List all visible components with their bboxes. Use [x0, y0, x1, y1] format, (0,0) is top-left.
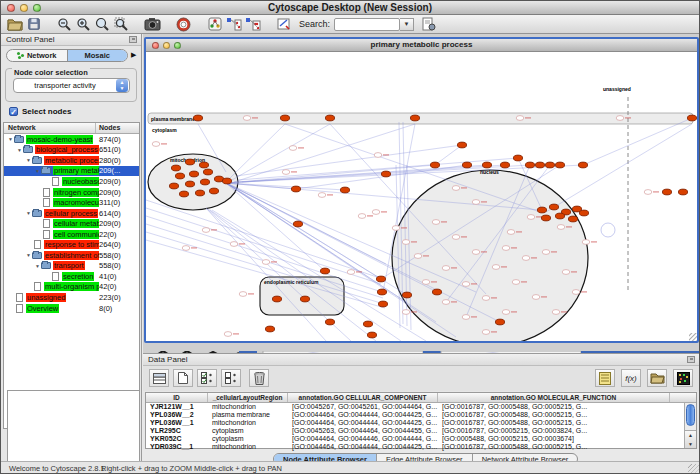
tree-row[interactable]: multi-organism proc42(0)	[4, 282, 139, 293]
search-config-icon[interactable]	[419, 16, 438, 33]
table-row[interactable]: YJR121W__1mitochondrion[GO:0045267, GO:0…	[146, 403, 696, 411]
zoom-in-icon[interactable]	[74, 16, 93, 33]
network-canvas[interactable]: plasma membranecytoplasmmitochondrionnuc…	[146, 52, 697, 341]
network-window-resize-grip[interactable]	[689, 333, 697, 341]
table-row[interactable]: YDR039C__1mitochondrion[GO:0044464, GO:0…	[146, 443, 696, 451]
disclosure-triangle-icon[interactable]: ▼	[25, 157, 32, 163]
tree-row-label: secretion	[62, 272, 94, 281]
table-cell: [GO:0005488, GO:0005215, GO:0003674]	[438, 435, 670, 443]
table-cell: [GO:0045267, GO:0045261, GO:0044464, G..…	[288, 403, 438, 411]
tree-row[interactable]: ▼mosaic-demo-yeast874(0)	[4, 134, 139, 145]
table-row[interactable]: YPL036W__1mitochondrion[GO:0044464, GO:0…	[146, 419, 696, 427]
layout-1-icon[interactable]	[224, 16, 243, 33]
table-scrollbar[interactable]: ▲▼	[684, 403, 696, 448]
table-row[interactable]: YKR052Ccytoplasm[GO:0044464, GO:0044446,…	[146, 435, 696, 443]
folder-icon	[41, 167, 51, 174]
disclosure-triangle-icon[interactable]: ▼	[34, 263, 41, 269]
attribute-table-icon[interactable]	[149, 369, 169, 387]
function-builder-icon[interactable]: f(x)	[621, 369, 641, 387]
table-row[interactable]: YPL036W__2plasma membrane[GO:0044464, GO…	[146, 411, 696, 419]
new-attribute-icon[interactable]	[173, 369, 193, 387]
vizmapper-icon[interactable]	[205, 16, 224, 33]
table-row[interactable]: YLR295Ccytoplasm[GO:0045263, GO:0044464,…	[146, 427, 696, 435]
help-icon[interactable]	[174, 16, 193, 33]
tree-row-node-count: 42(0)	[99, 282, 117, 291]
tree-row[interactable]: nitrogen compound209(0)	[4, 187, 139, 198]
open-session-icon[interactable]	[5, 16, 24, 33]
network-file-icon	[52, 177, 59, 186]
table-cell: YDR039C__1	[146, 443, 208, 451]
disclosure-triangle-icon[interactable]: ▼	[16, 147, 23, 153]
tree-row[interactable]: unassigned223(0)	[4, 292, 139, 303]
disclosure-triangle-icon[interactable]: ▼	[25, 252, 32, 258]
tree-row-label: Overview	[26, 304, 59, 313]
disclosure-triangle-icon[interactable]: ▼	[34, 168, 41, 174]
status-welcome: Welcome to Cytoscape 2.8.1	[9, 464, 105, 473]
select-attributes-icon[interactable]	[197, 369, 217, 387]
tree-row[interactable]: cellular metabolic209(0)	[4, 218, 139, 229]
tree-row-label: nitrogen compound	[53, 188, 99, 197]
tree-row[interactable]: ▼cellular process614(0)	[4, 208, 139, 219]
tree-row[interactable]: cell communication22(0)	[4, 229, 139, 240]
zoom-out-icon[interactable]	[55, 16, 74, 33]
unselect-attributes-icon[interactable]	[221, 369, 241, 387]
float-data-panel-icon[interactable]	[687, 356, 695, 363]
tree-row[interactable]: ▼establishment of loc558(0)	[4, 250, 139, 261]
disclosure-triangle-icon[interactable]: ▼	[25, 210, 32, 216]
svg-text:unassigned: unassigned	[603, 86, 631, 92]
tree-row-node-count: 209(...	[99, 166, 120, 175]
table-column-header[interactable]: ID	[146, 393, 208, 402]
select-nodes-checkbox[interactable]: ✓	[9, 107, 18, 116]
tree-row[interactable]: ▼metabolic process280(0)	[4, 155, 139, 166]
scrollbar-thumb[interactable]	[686, 404, 695, 426]
scrollbar-arrows[interactable]: ▲▼	[685, 430, 696, 448]
data-panel-toolbar: f(x)	[143, 366, 699, 391]
tree-row-node-count: 209(0)	[99, 177, 121, 186]
table-column-header[interactable]: annotation.GO CELLULAR_COMPONENT	[288, 393, 438, 402]
network-file-icon	[52, 272, 59, 281]
tab-mosaic[interactable]: Mosaic	[68, 50, 128, 61]
tree-row[interactable]: Overview8(0)	[4, 303, 139, 314]
tree-row[interactable]: ▼biological_process651(0)	[4, 145, 139, 156]
tree-row[interactable]: response to stimulus264(0)	[4, 239, 139, 250]
tree-row-node-count: 311(0)	[99, 198, 120, 207]
folder-icon	[32, 157, 42, 164]
network-window-titlebar[interactable]: primary metabolic process	[146, 39, 697, 52]
zoom-fit-icon[interactable]	[93, 16, 112, 33]
zoom-selected-icon[interactable]	[112, 16, 131, 33]
attribute-matrix-icon[interactable]	[673, 369, 693, 387]
table-cell: [GO:0044464, GO:0044444, GO:0044425, G..…	[288, 419, 438, 427]
delete-attribute-icon[interactable]	[249, 369, 269, 387]
node-color-select[interactable]: transporter activity ▲▼	[13, 78, 130, 93]
tree-row-node-count: 558(0)	[99, 251, 121, 260]
network-file-icon	[43, 198, 50, 207]
network-file-icon	[43, 230, 50, 239]
tab-network[interactable]: Network	[7, 50, 68, 61]
table-cell: YPL036W__2	[146, 411, 208, 419]
float-panel-icon[interactable]	[129, 36, 137, 43]
table-column-header[interactable]: _cellularLayoutRegion	[208, 393, 288, 402]
network-window[interactable]: primary metabolic process plasma membran…	[144, 37, 699, 343]
attribute-list-icon[interactable]	[595, 369, 615, 387]
tree-row[interactable]: ▼transport558(0)	[4, 261, 139, 272]
tree-row[interactable]: macromolecule metab311(0)	[4, 197, 139, 208]
network-canvas-svg: plasma membranecytoplasmmitochondrionnuc…	[146, 52, 697, 341]
snapshot-icon[interactable]	[143, 16, 162, 33]
table-column-header[interactable]: annotation.GO MOLECULAR_FUNCTION	[438, 393, 670, 402]
search-input[interactable]	[334, 18, 400, 31]
tree-row-label: macromolecule metab	[53, 198, 99, 207]
tab-overflow-arrow[interactable]: ▶	[131, 51, 136, 59]
tree-row-node-count: 8(0)	[99, 304, 112, 313]
window-resize-grip[interactable]	[688, 464, 699, 474]
tree-row[interactable]: ▼primary metabolic process209(...	[4, 166, 139, 177]
import-attributes-icon[interactable]	[647, 369, 667, 387]
annotation-icon[interactable]	[274, 16, 293, 33]
search-dropdown-button[interactable]: ▼	[400, 18, 414, 31]
disclosure-triangle-icon[interactable]: ▼	[7, 136, 14, 142]
tree-row[interactable]: nucleobase-containing209(0)	[4, 176, 139, 187]
layout-2-icon[interactable]	[243, 16, 262, 33]
table-cell: YLR295C	[146, 427, 208, 435]
save-session-icon[interactable]	[24, 16, 43, 33]
tree-row[interactable]: secretion41(0)	[4, 271, 139, 282]
node-color-selection-group: Node color selection transporter activit…	[5, 68, 137, 102]
